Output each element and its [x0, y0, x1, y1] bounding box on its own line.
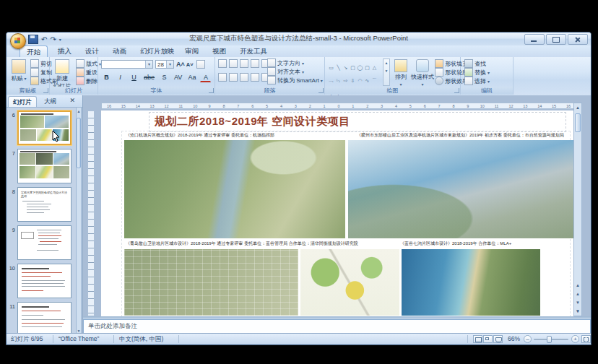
panel-close-icon[interactable]: ✕: [69, 97, 75, 104]
slide-sorter-view-button[interactable]: [483, 335, 493, 343]
underline-button[interactable]: U: [129, 73, 139, 82]
decrease-indent-icon[interactable]: [240, 59, 248, 68]
slide-canvas[interactable]: 规划二所2018~2019年 空间设计类项目 《沧口机场片区概念规划》2018-…: [101, 110, 576, 316]
arrange-button[interactable]: 排列▾: [391, 58, 410, 86]
grow-font-icon[interactable]: A˄: [176, 61, 185, 68]
select-button[interactable]: 选择▾: [464, 77, 490, 85]
paste-button[interactable]: 粘贴 ▾: [8, 58, 30, 86]
office-button[interactable]: [10, 33, 26, 49]
arrow-shape-icon[interactable]: ↘: [342, 64, 349, 71]
text-direction-button[interactable]: 文字方向▾: [267, 58, 304, 67]
zoom-slider-thumb[interactable]: [547, 336, 552, 343]
replace-button[interactable]: 替换▾: [464, 68, 490, 77]
font-size-dropdown-icon: ▾: [166, 61, 173, 68]
tab-insert[interactable]: 插入: [51, 46, 78, 56]
font-color-button[interactable]: A: [200, 73, 211, 82]
next-slide-icon[interactable]: ▼▼: [574, 298, 581, 307]
paragraph-dialog-launcher-icon[interactable]: [318, 88, 324, 93]
tab-animations[interactable]: 动画: [106, 46, 133, 56]
numbering-icon[interactable]: [229, 59, 238, 68]
tab-design[interactable]: 设计: [79, 46, 105, 56]
scroll-up-icon[interactable]: ▲: [574, 103, 581, 112]
fit-to-window-button[interactable]: [581, 335, 591, 343]
down-arrow-shape-icon[interactable]: ⇩: [350, 77, 356, 84]
title-bar: ↶ ↷ ▾ 宏观尺度下城市特色塑造与设计方法总结-small-3 - Micro…: [6, 32, 591, 46]
bold-button[interactable]: B: [101, 73, 112, 82]
zoom-out-icon[interactable]: –: [524, 335, 532, 343]
font-dialog-launcher-icon[interactable]: [209, 88, 214, 93]
bullets-icon[interactable]: [218, 59, 227, 68]
zoom-level[interactable]: 66%: [508, 335, 520, 342]
cloud-shape-icon[interactable]: ◠: [357, 77, 363, 84]
editor-scrollbar[interactable]: ▲ ▲▲ ▼▼ ▼: [573, 103, 582, 316]
italic-button[interactable]: I: [115, 73, 126, 82]
triangle-shape-icon[interactable]: △: [371, 64, 378, 71]
find-button[interactable]: 查找: [464, 59, 486, 68]
ruler-number: 13: [518, 103, 532, 108]
slides-group-label: 幻灯片: [50, 87, 98, 95]
slides-tab[interactable]: 幻灯片: [8, 96, 37, 107]
tab-slideshow[interactable]: 幻灯片放映: [134, 46, 181, 56]
square-shape-icon[interactable]: ▢: [350, 64, 356, 71]
clipboard-dialog-launcher-icon[interactable]: [43, 88, 48, 93]
slide-8-thumbnail[interactable]: 宏观尺度下空间特色塑造与设计方法总结: [17, 187, 72, 222]
character-spacing-button[interactable]: AV: [173, 73, 183, 82]
close-button[interactable]: [568, 34, 588, 45]
align-text-button[interactable]: 对齐文本▾: [267, 67, 304, 76]
shrink-font-icon[interactable]: A˅: [186, 61, 194, 68]
reset-button[interactable]: 重设: [76, 68, 98, 77]
previous-slide-icon[interactable]: ▲▲: [574, 281, 581, 290]
rounded-rect-shape-icon[interactable]: ▢: [364, 64, 370, 71]
tab-developer[interactable]: 开发工具: [233, 46, 274, 56]
change-case-button[interactable]: Aa: [186, 73, 197, 82]
copy-button[interactable]: 复制: [30, 68, 52, 77]
panel-scroll-thumb[interactable]: [77, 118, 81, 168]
line-shape-icon[interactable]: ╲: [335, 64, 342, 71]
cut-button[interactable]: 剪切: [30, 59, 52, 68]
slide-10-thumbnail[interactable]: [17, 264, 72, 298]
block-arrow-shape-icon[interactable]: ⇨: [342, 77, 349, 84]
strikethrough-button[interactable]: abe: [142, 73, 156, 82]
editor-scroll-thumb[interactable]: [575, 113, 581, 132]
oval-shape-icon[interactable]: ◯: [357, 64, 363, 71]
quick-styles-button[interactable]: 快速样式▾: [410, 58, 435, 86]
scroll-up-icon[interactable]: ▲: [77, 109, 81, 113]
slide-11-thumbnail[interactable]: [17, 302, 72, 337]
rectangle-shape-icon[interactable]: ▭: [328, 64, 334, 71]
minimize-button[interactable]: [524, 34, 545, 45]
tab-view[interactable]: 视图: [206, 46, 233, 56]
align-left-icon[interactable]: [218, 73, 227, 82]
grow-shrink-font-buttons[interactable]: A˄A˅: [176, 60, 205, 69]
layout-button[interactable]: 版式▾: [76, 59, 101, 68]
align-right-icon[interactable]: [240, 73, 248, 82]
panel-scrollbar[interactable]: ▲ ▼: [76, 107, 82, 335]
slide-9-thumbnail[interactable]: [17, 225, 72, 260]
smartart-button[interactable]: 转换为 SmartArt▾: [267, 76, 323, 84]
clear-formatting-icon[interactable]: [196, 60, 205, 69]
increase-indent-icon[interactable]: [251, 59, 259, 68]
slide-6-thumbnail[interactable]: [17, 110, 72, 145]
normal-view-button[interactable]: [473, 335, 482, 343]
arc-shape-icon[interactable]: ⌒: [371, 77, 378, 84]
slide-7-thumbnail[interactable]: [17, 149, 72, 183]
tab-review[interactable]: 审阅: [178, 46, 205, 56]
elbow-shape-icon[interactable]: ﹁: [328, 77, 334, 84]
scroll-down-icon[interactable]: ▼: [574, 307, 581, 316]
connector-shape-icon[interactable]: ㄣ: [335, 77, 342, 84]
restore-button[interactable]: [546, 34, 566, 45]
zoom-in-icon[interactable]: +: [571, 335, 579, 343]
tab-home[interactable]: 开始: [20, 46, 48, 57]
shapes-gallery-scroll[interactable]: ▲▼: [383, 58, 390, 86]
scribble-shape-icon[interactable]: ∿: [364, 77, 370, 84]
ruler-number: 8: [217, 103, 231, 108]
outline-tab[interactable]: 大纲: [40, 96, 61, 106]
justify-icon[interactable]: [251, 73, 259, 82]
align-center-icon[interactable]: [229, 73, 238, 82]
font-size-combobox[interactable]: 28▾: [155, 60, 174, 69]
shadow-button[interactable]: S: [159, 73, 170, 82]
font-name-combobox[interactable]: ▾: [101, 60, 153, 69]
drawing-dialog-launcher-icon[interactable]: [454, 88, 459, 93]
delete-button[interactable]: 删除: [76, 77, 98, 85]
new-slide-button[interactable]: 新建 幻灯片: [51, 58, 73, 86]
slideshow-view-button[interactable]: [493, 335, 503, 343]
